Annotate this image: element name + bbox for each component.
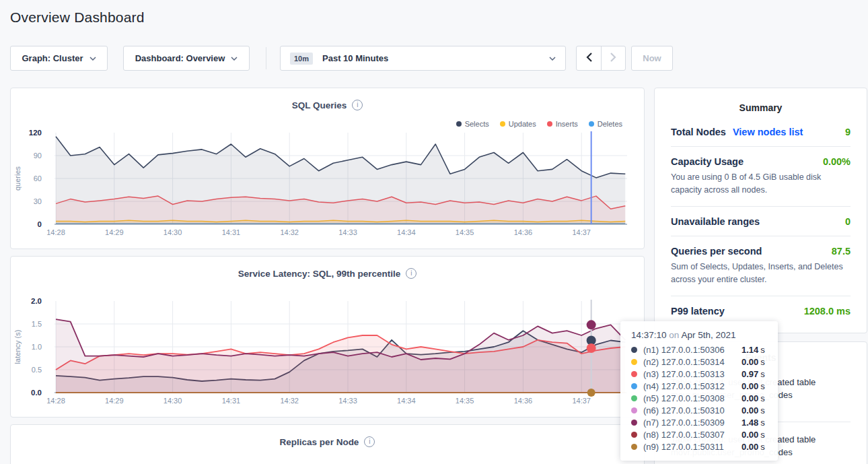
dashboard-dropdown-label: Dashboard: Overview bbox=[135, 53, 225, 63]
svg-text:30: 30 bbox=[34, 197, 42, 205]
service-latency-chart[interactable]: 14:2814:2914:3014:3114:3214:3314:3414:35… bbox=[11, 257, 645, 418]
tooltip-node-row: (n8) 127.0.0.1:50307 0.00s bbox=[631, 428, 767, 440]
summary-panel: Summary Total Nodes View nodes list 9 Ca… bbox=[654, 88, 867, 333]
svg-text:0.5: 0.5 bbox=[32, 366, 42, 374]
summary-row: Capacity Usage 0.00% You are using 0 B o… bbox=[671, 147, 851, 207]
summary-label: P99 latency bbox=[671, 306, 725, 317]
svg-text:14:33: 14:33 bbox=[338, 397, 357, 405]
series-dot bbox=[631, 395, 637, 401]
svg-text:90: 90 bbox=[34, 152, 42, 160]
info-icon[interactable]: i bbox=[364, 436, 375, 447]
tooltip-node-row: (n6) 127.0.0.1:50310 0.00s bbox=[631, 404, 767, 416]
svg-text:120: 120 bbox=[29, 129, 42, 137]
svg-text:2.0: 2.0 bbox=[31, 297, 42, 305]
summary-value: 0 bbox=[845, 216, 851, 227]
series-dot bbox=[631, 347, 637, 353]
tooltip-node-row: (n9) 127.0.0.1:50311 0.00s bbox=[631, 440, 767, 453]
svg-text:0.0: 0.0 bbox=[31, 389, 42, 397]
summary-value: 9 bbox=[845, 127, 851, 137]
summary-value: 0.00% bbox=[823, 156, 851, 167]
svg-text:14:30: 14:30 bbox=[164, 397, 182, 405]
svg-text:14:31: 14:31 bbox=[222, 228, 241, 236]
summary-label: Unavailable ranges bbox=[671, 216, 760, 227]
svg-text:14:34: 14:34 bbox=[397, 397, 416, 405]
time-step-buttons bbox=[576, 46, 626, 71]
svg-text:14:30: 14:30 bbox=[164, 228, 182, 236]
tooltip-node-row: (n3) 127.0.0.1:50313 0.97s bbox=[631, 368, 767, 380]
summary-label: Capacity Usage bbox=[671, 156, 744, 167]
svg-text:14:37: 14:37 bbox=[572, 228, 591, 236]
svg-text:14:36: 14:36 bbox=[514, 228, 533, 236]
replicas-per-node-chart-panel: Replicas per Node i bbox=[10, 424, 645, 464]
svg-text:14:35: 14:35 bbox=[456, 228, 474, 236]
dashboard-dropdown[interactable]: Dashboard: Overview bbox=[123, 46, 250, 71]
svg-text:14:32: 14:32 bbox=[280, 228, 299, 236]
svg-text:14:36: 14:36 bbox=[514, 397, 533, 405]
svg-text:60: 60 bbox=[34, 174, 42, 183]
summary-title: Summary bbox=[655, 88, 867, 117]
graph-dropdown-label: Graph: Cluster bbox=[22, 53, 83, 63]
series-dot bbox=[631, 420, 637, 426]
page-title: Overview Dashboard bbox=[10, 9, 145, 26]
series-dot bbox=[631, 371, 637, 377]
chevron-down-icon bbox=[549, 57, 556, 61]
svg-text:14:28: 14:28 bbox=[46, 228, 65, 236]
svg-text:14:32: 14:32 bbox=[280, 397, 299, 405]
svg-text:1.0: 1.0 bbox=[32, 343, 42, 351]
svg-text:0: 0 bbox=[38, 220, 42, 228]
view-nodes-link[interactable]: View nodes list bbox=[733, 127, 803, 137]
chart-title: Replicas per Node i bbox=[11, 425, 644, 447]
svg-text:14:35: 14:35 bbox=[456, 397, 474, 405]
range-label: Past 10 Minutes bbox=[322, 53, 388, 63]
svg-text:queries: queries bbox=[13, 166, 22, 191]
svg-text:14:33: 14:33 bbox=[338, 228, 357, 236]
summary-row: Queries per second 87.5 Sum of Selects, … bbox=[671, 236, 851, 296]
summary-label: Queries per second bbox=[671, 246, 762, 257]
chevron-down-icon bbox=[231, 57, 238, 61]
summary-label: Total Nodes bbox=[671, 127, 726, 137]
tooltip-node-row: (n1) 127.0.0.1:50306 1.14s bbox=[631, 343, 767, 356]
svg-text:1.5: 1.5 bbox=[32, 320, 42, 328]
tooltip-node-row: (n4) 127.0.0.1:50312 0.00s bbox=[631, 380, 767, 392]
series-dot bbox=[631, 383, 637, 389]
summary-row: Unavailable ranges 0 bbox=[671, 207, 851, 236]
tooltip-node-row: (n7) 127.0.0.1:50309 1.48s bbox=[631, 416, 767, 428]
svg-text:14:37: 14:37 bbox=[572, 397, 591, 405]
summary-row: Total Nodes View nodes list 9 bbox=[671, 117, 851, 147]
svg-text:14:28: 14:28 bbox=[46, 397, 65, 405]
sql-queries-chart[interactable]: 14:2814:2914:3014:3114:3214:3314:3414:35… bbox=[11, 88, 645, 250]
time-range-selector[interactable]: 10m Past 10 Minutes bbox=[280, 46, 566, 71]
prev-range-button[interactable] bbox=[577, 46, 601, 70]
svg-text:14:29: 14:29 bbox=[105, 228, 124, 236]
service-latency-chart-panel: Service Latency: SQL, 99th percentile i … bbox=[10, 256, 645, 418]
tooltip-node-row: (n5) 127.0.0.1:50308 0.00s bbox=[631, 392, 767, 404]
range-duration-badge: 10m bbox=[290, 53, 313, 65]
tooltip-timestamp: 14:37:10 on Apr 5th, 2021 bbox=[631, 330, 767, 340]
chart-hover-tooltip: 14:37:10 on Apr 5th, 2021 (n1) 127.0.0.1… bbox=[620, 321, 778, 461]
series-dot bbox=[631, 444, 637, 450]
next-range-button[interactable] bbox=[601, 46, 625, 70]
series-dot bbox=[631, 432, 637, 438]
series-dot bbox=[631, 407, 637, 413]
chevron-right-icon bbox=[610, 53, 616, 65]
summary-value: 1208.0 ms bbox=[804, 306, 851, 317]
svg-text:latency (s): latency (s) bbox=[13, 330, 22, 364]
toolbar-divider bbox=[266, 47, 266, 69]
svg-text:14:31: 14:31 bbox=[222, 397, 241, 405]
svg-text:14:29: 14:29 bbox=[105, 397, 124, 405]
summary-description: You are using 0 B of 4.5 GiB usable disk… bbox=[671, 171, 851, 197]
graph-dropdown[interactable]: Graph: Cluster bbox=[10, 46, 108, 71]
sql-queries-chart-panel: SQL Queries i SelectsUpdatesInsertsDelet… bbox=[10, 88, 645, 249]
svg-text:14:34: 14:34 bbox=[397, 228, 416, 236]
series-dot bbox=[631, 359, 637, 365]
now-button[interactable]: Now bbox=[631, 46, 673, 71]
chevron-down-icon bbox=[89, 57, 96, 61]
summary-value: 87.5 bbox=[832, 246, 851, 257]
tooltip-node-row: (n2) 127.0.0.1:50314 0.00s bbox=[631, 356, 767, 368]
chevron-left-icon bbox=[586, 53, 592, 65]
summary-description: Sum of Selects, Updates, Inserts, and De… bbox=[671, 261, 851, 287]
